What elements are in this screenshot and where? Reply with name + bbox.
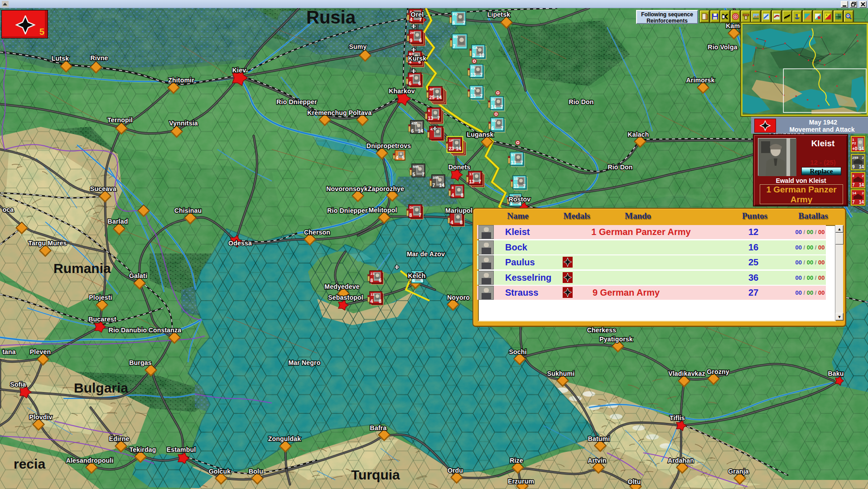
svg-text:13: 13 (471, 93, 476, 99)
svg-text:7: 7 (478, 179, 481, 184)
svg-text:13: 13 (514, 183, 519, 189)
svg-text:7: 7 (437, 115, 440, 121)
svg-text:Rivne: Rivne (90, 54, 108, 62)
svg-text:14: 14 (418, 128, 423, 134)
svg-text:14: 14 (436, 95, 442, 100)
svg-text:3: 3 (852, 174, 854, 178)
svg-text:Medyedeve: Medyedeve (324, 283, 359, 290)
svg-text:Suceava: Suceava (90, 185, 116, 192)
svg-text:Bolu: Bolu (249, 468, 263, 475)
svg-text:7: 7 (463, 20, 465, 25)
svg-text:Rio Don: Rio Don (608, 163, 632, 171)
svg-text:2: 2 (862, 174, 864, 178)
svg-text:Kremenchug: Kremenchug (307, 109, 347, 116)
svg-text:Zhitomir: Zhitomir (168, 77, 194, 84)
svg-text:10: 10 (479, 53, 484, 58)
svg-text:Rize: Rize (510, 457, 523, 464)
svg-text:7: 7 (523, 183, 526, 189)
svg-text:Mar de Azov: Mar de Azov (407, 250, 445, 258)
svg-text:Novoronsoyka: Novoronsoyka (326, 185, 371, 192)
svg-text:SU: SU (492, 119, 497, 123)
svg-text:8: 8 (461, 192, 463, 198)
svg-text:6: 6 (418, 81, 421, 86)
svg-text:7: 7 (852, 182, 855, 187)
svg-text:Cherson: Cherson (304, 229, 330, 236)
svg-text:tana: tana (2, 348, 16, 355)
svg-text:Ternopil: Ternopil (107, 116, 133, 124)
svg-text:Golcuk: Golcuk (209, 468, 231, 475)
svg-text:Erzurum: Erzurum (508, 478, 534, 485)
svg-text:4: 4 (396, 155, 399, 160)
svg-text:6: 6 (492, 125, 494, 131)
svg-text:Plovdiv: Plovdiv (29, 413, 52, 421)
svg-text:7: 7 (501, 125, 503, 131)
svg-text:Bafra: Bafra (370, 424, 387, 431)
svg-text:recia: recia (14, 456, 45, 471)
svg-text:Galati: Galati (129, 272, 147, 279)
svg-text:Rio Dniepper: Rio Dniepper (276, 98, 317, 105)
svg-text:21: 21 (371, 272, 375, 276)
svg-text:6: 6 (428, 109, 430, 113)
svg-text:2U: 2U (491, 97, 496, 101)
svg-text:Batumi: Batumi (588, 435, 610, 442)
svg-text:Ordu: Ordu (448, 467, 463, 474)
svg-text:7: 7 (852, 200, 855, 205)
svg-text:Dnipropetrovs: Dnipropetrovs (366, 142, 411, 149)
svg-text:Tekirdag: Tekirdag (130, 446, 156, 453)
svg-text:Melitopol: Melitopol (368, 206, 397, 214)
svg-text:Pleven: Pleven (30, 348, 51, 355)
svg-text:4: 4 (452, 192, 454, 198)
svg-text:8: 8 (371, 278, 373, 283)
svg-text:Zonguldak: Zonguldak (268, 435, 301, 442)
svg-text:5: 5 (402, 155, 405, 160)
svg-text:14: 14 (852, 191, 856, 195)
svg-text:4P: 4P (429, 87, 434, 91)
svg-text:Alesandropouli: Alesandropouli (66, 457, 114, 464)
svg-text:Kursk: Kursk (408, 55, 427, 62)
svg-text:11: 11 (371, 292, 375, 297)
svg-text:Turquia: Turquia (351, 467, 400, 482)
svg-text:Lutsk: Lutsk (52, 55, 69, 62)
svg-text:Noyoro: Noyoro (447, 294, 470, 301)
svg-text:ST: ST (511, 153, 516, 157)
svg-text:Sukhumi: Sukhumi (547, 370, 575, 377)
svg-text:Estambul: Estambul (167, 446, 196, 453)
svg-text:KA: KA (471, 86, 476, 91)
svg-text:7: 7 (433, 182, 435, 188)
svg-text:6: 6 (409, 81, 412, 86)
svg-text:5: 5 (413, 172, 415, 177)
svg-text:Targu Mures: Targu Mures (28, 240, 67, 247)
svg-text:7: 7 (453, 43, 456, 49)
svg-text:2H: 2H (410, 31, 415, 35)
svg-text:6: 6 (453, 20, 455, 25)
svg-text:9: 9 (410, 38, 413, 43)
svg-text:Sumy: Sumy (349, 43, 367, 50)
svg-text:14: 14 (491, 104, 497, 110)
svg-text:14: 14 (859, 146, 864, 151)
svg-text:Lugansk: Lugansk (467, 131, 494, 138)
svg-text:Bulgaria: Bulgaria (74, 380, 128, 395)
svg-text:555: 555 (413, 165, 419, 169)
svg-text:Grozny: Grozny (707, 368, 729, 375)
svg-text:Rio Danubio: Rio Danubio (109, 326, 147, 334)
svg-text:Bucarest: Bucarest (88, 316, 116, 323)
svg-text:Mar Negro: Mar Negro (288, 359, 320, 366)
svg-text:8: 8 (460, 220, 463, 225)
svg-text:13: 13 (428, 115, 434, 121)
svg-text:3R: 3R (409, 74, 414, 78)
svg-text:14: 14 (859, 182, 864, 187)
svg-text:455: 455 (411, 121, 418, 125)
svg-text:Artvin: Artvin (588, 457, 607, 464)
svg-text:Zaporozhye: Zaporozhye (368, 185, 405, 192)
svg-text:14: 14 (456, 146, 461, 151)
svg-text:17: 17 (469, 172, 473, 176)
svg-text:2: 2 (862, 191, 864, 195)
svg-text:Kelch: Kelch (408, 272, 425, 279)
svg-text:Vladikavkaz: Vladikavkaz (668, 370, 705, 377)
svg-text:Poltava: Poltava (348, 109, 371, 116)
svg-text:3: 3 (473, 53, 475, 58)
svg-text:4: 4 (451, 220, 453, 225)
svg-text:6: 6 (419, 38, 422, 43)
svg-text:Vynnitsia: Vynnitsia (169, 120, 198, 127)
svg-text:25: 25 (429, 95, 435, 100)
